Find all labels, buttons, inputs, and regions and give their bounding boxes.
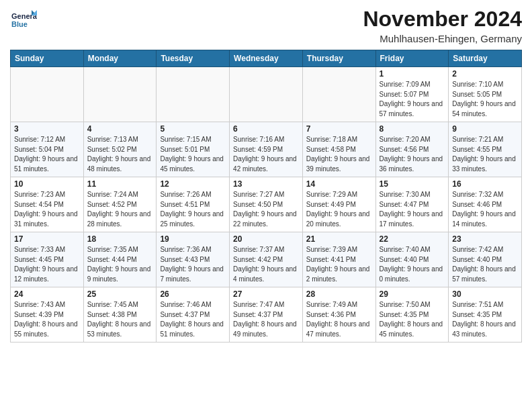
calendar-week-row: 3Sunrise: 7:12 AMSunset: 5:04 PMDaylight… bbox=[11, 122, 522, 177]
table-row: 6Sunrise: 7:16 AMSunset: 4:59 PMDaylight… bbox=[230, 122, 303, 177]
day-number: 30 bbox=[452, 289, 518, 299]
table-row: 12Sunrise: 7:26 AMSunset: 4:51 PMDayligh… bbox=[157, 177, 230, 232]
table-row bbox=[83, 67, 157, 122]
day-number: 12 bbox=[160, 179, 226, 189]
day-number: 13 bbox=[233, 179, 299, 189]
table-row: 8Sunrise: 7:20 AMSunset: 4:56 PMDaylight… bbox=[375, 122, 449, 177]
day-info: Sunrise: 7:23 AMSunset: 4:54 PMDaylight:… bbox=[14, 190, 80, 229]
table-row: 16Sunrise: 7:32 AMSunset: 4:46 PMDayligh… bbox=[449, 177, 522, 232]
day-info: Sunrise: 7:15 AMSunset: 5:01 PMDaylight:… bbox=[160, 135, 226, 174]
page: General Blue November 2024 Muhlhausen-Eh… bbox=[0, 0, 532, 411]
table-row: 1Sunrise: 7:09 AMSunset: 5:07 PMDaylight… bbox=[375, 67, 449, 122]
col-wednesday: Wednesday bbox=[230, 50, 303, 67]
month-title: November 2024 bbox=[363, 7, 522, 32]
table-row: 10Sunrise: 7:23 AMSunset: 4:54 PMDayligh… bbox=[11, 177, 84, 232]
col-thursday: Thursday bbox=[302, 50, 375, 67]
day-number: 22 bbox=[380, 234, 445, 244]
table-row: 25Sunrise: 7:45 AMSunset: 4:38 PMDayligh… bbox=[83, 287, 157, 342]
day-info: Sunrise: 7:10 AMSunset: 5:05 PMDaylight:… bbox=[452, 80, 518, 119]
col-tuesday: Tuesday bbox=[157, 50, 230, 67]
table-row: 11Sunrise: 7:24 AMSunset: 4:52 PMDayligh… bbox=[83, 177, 157, 232]
day-info: Sunrise: 7:20 AMSunset: 4:56 PMDaylight:… bbox=[380, 135, 445, 174]
table-row: 9Sunrise: 7:21 AMSunset: 4:55 PMDaylight… bbox=[449, 122, 522, 177]
day-info: Sunrise: 7:36 AMSunset: 4:43 PMDaylight:… bbox=[160, 245, 226, 284]
day-info: Sunrise: 7:50 AMSunset: 4:35 PMDaylight:… bbox=[380, 300, 445, 339]
calendar-week-row: 24Sunrise: 7:43 AMSunset: 4:39 PMDayligh… bbox=[11, 287, 522, 342]
calendar-week-row: 17Sunrise: 7:33 AMSunset: 4:45 PMDayligh… bbox=[11, 232, 522, 287]
day-info: Sunrise: 7:40 AMSunset: 4:40 PMDaylight:… bbox=[380, 245, 445, 284]
day-number: 17 bbox=[14, 234, 80, 244]
table-row: 29Sunrise: 7:50 AMSunset: 4:35 PMDayligh… bbox=[375, 287, 449, 342]
table-row bbox=[157, 67, 230, 122]
col-friday: Friday bbox=[375, 50, 449, 67]
day-info: Sunrise: 7:33 AMSunset: 4:45 PMDaylight:… bbox=[14, 245, 80, 284]
table-row bbox=[230, 67, 303, 122]
calendar-week-row: 1Sunrise: 7:09 AMSunset: 5:07 PMDaylight… bbox=[11, 67, 522, 122]
day-info: Sunrise: 7:26 AMSunset: 4:51 PMDaylight:… bbox=[160, 190, 226, 229]
table-row: 14Sunrise: 7:29 AMSunset: 4:49 PMDayligh… bbox=[302, 177, 375, 232]
day-number: 20 bbox=[233, 234, 299, 244]
day-number: 9 bbox=[452, 124, 518, 134]
day-number: 1 bbox=[380, 69, 445, 79]
col-monday: Monday bbox=[83, 50, 157, 67]
day-number: 19 bbox=[160, 234, 226, 244]
table-row: 22Sunrise: 7:40 AMSunset: 4:40 PMDayligh… bbox=[375, 232, 449, 287]
table-row: 24Sunrise: 7:43 AMSunset: 4:39 PMDayligh… bbox=[11, 287, 84, 342]
calendar-table: Sunday Monday Tuesday Wednesday Thursday… bbox=[10, 50, 522, 342]
day-info: Sunrise: 7:18 AMSunset: 4:58 PMDaylight:… bbox=[306, 135, 372, 174]
table-row: 4Sunrise: 7:13 AMSunset: 5:02 PMDaylight… bbox=[83, 122, 157, 177]
day-number: 16 bbox=[452, 179, 518, 189]
day-info: Sunrise: 7:13 AMSunset: 5:02 PMDaylight:… bbox=[87, 135, 153, 174]
day-info: Sunrise: 7:51 AMSunset: 4:35 PMDaylight:… bbox=[452, 300, 518, 339]
col-sunday: Sunday bbox=[11, 50, 84, 67]
day-number: 24 bbox=[14, 289, 80, 299]
day-number: 6 bbox=[233, 124, 299, 134]
day-number: 23 bbox=[452, 234, 518, 244]
day-info: Sunrise: 7:09 AMSunset: 5:07 PMDaylight:… bbox=[380, 80, 445, 119]
day-number: 8 bbox=[380, 124, 445, 134]
day-number: 18 bbox=[87, 234, 153, 244]
day-info: Sunrise: 7:46 AMSunset: 4:37 PMDaylight:… bbox=[160, 300, 226, 339]
day-number: 5 bbox=[160, 124, 226, 134]
day-info: Sunrise: 7:42 AMSunset: 4:40 PMDaylight:… bbox=[452, 245, 518, 284]
day-number: 2 bbox=[452, 69, 518, 79]
svg-text:Blue: Blue bbox=[11, 20, 28, 28]
table-row: 13Sunrise: 7:27 AMSunset: 4:50 PMDayligh… bbox=[230, 177, 303, 232]
day-number: 15 bbox=[380, 179, 445, 189]
table-row: 3Sunrise: 7:12 AMSunset: 5:04 PMDaylight… bbox=[11, 122, 84, 177]
table-row: 19Sunrise: 7:36 AMSunset: 4:43 PMDayligh… bbox=[157, 232, 230, 287]
day-info: Sunrise: 7:49 AMSunset: 4:36 PMDaylight:… bbox=[306, 300, 372, 339]
day-info: Sunrise: 7:37 AMSunset: 4:42 PMDaylight:… bbox=[233, 245, 299, 284]
day-number: 28 bbox=[306, 289, 372, 299]
title-section: November 2024 Muhlhausen-Ehingen, German… bbox=[363, 7, 522, 44]
logo-icon: General Blue bbox=[10, 7, 37, 34]
day-info: Sunrise: 7:45 AMSunset: 4:38 PMDaylight:… bbox=[87, 300, 153, 339]
table-row: 7Sunrise: 7:18 AMSunset: 4:58 PMDaylight… bbox=[302, 122, 375, 177]
day-info: Sunrise: 7:39 AMSunset: 4:41 PMDaylight:… bbox=[306, 245, 372, 284]
day-info: Sunrise: 7:16 AMSunset: 4:59 PMDaylight:… bbox=[233, 135, 299, 174]
day-info: Sunrise: 7:35 AMSunset: 4:44 PMDaylight:… bbox=[87, 245, 153, 284]
day-number: 14 bbox=[306, 179, 372, 189]
table-row: 30Sunrise: 7:51 AMSunset: 4:35 PMDayligh… bbox=[449, 287, 522, 342]
location: Muhlhausen-Ehingen, Germany bbox=[363, 33, 522, 44]
day-number: 11 bbox=[87, 179, 153, 189]
table-row: 15Sunrise: 7:30 AMSunset: 4:47 PMDayligh… bbox=[375, 177, 449, 232]
table-row: 26Sunrise: 7:46 AMSunset: 4:37 PMDayligh… bbox=[157, 287, 230, 342]
day-number: 4 bbox=[87, 124, 153, 134]
day-info: Sunrise: 7:12 AMSunset: 5:04 PMDaylight:… bbox=[14, 135, 80, 174]
day-number: 25 bbox=[87, 289, 153, 299]
table-row: 18Sunrise: 7:35 AMSunset: 4:44 PMDayligh… bbox=[83, 232, 157, 287]
day-number: 10 bbox=[14, 179, 80, 189]
calendar-week-row: 10Sunrise: 7:23 AMSunset: 4:54 PMDayligh… bbox=[11, 177, 522, 232]
table-row: 5Sunrise: 7:15 AMSunset: 5:01 PMDaylight… bbox=[157, 122, 230, 177]
table-row: 2Sunrise: 7:10 AMSunset: 5:05 PMDaylight… bbox=[449, 67, 522, 122]
col-saturday: Saturday bbox=[449, 50, 522, 67]
day-number: 21 bbox=[306, 234, 372, 244]
table-row: 28Sunrise: 7:49 AMSunset: 4:36 PMDayligh… bbox=[302, 287, 375, 342]
day-number: 29 bbox=[380, 289, 445, 299]
day-info: Sunrise: 7:47 AMSunset: 4:37 PMDaylight:… bbox=[233, 300, 299, 339]
table-row bbox=[302, 67, 375, 122]
day-number: 3 bbox=[14, 124, 80, 134]
day-info: Sunrise: 7:21 AMSunset: 4:55 PMDaylight:… bbox=[452, 135, 518, 174]
calendar-header-row: Sunday Monday Tuesday Wednesday Thursday… bbox=[11, 50, 522, 67]
